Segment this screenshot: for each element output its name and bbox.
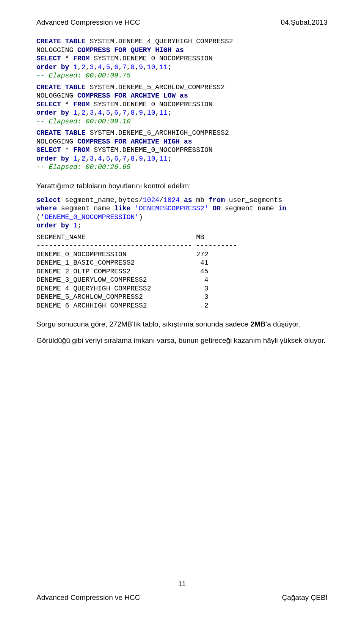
num: 2 [82,155,86,162]
txt: * [61,101,73,108]
header-left: Advanced Compression ve HCC [36,18,140,27]
num: 3 [89,109,94,117]
num: 7 [122,109,127,117]
txt: , [94,63,98,71]
kw: CREATE TABLE [36,38,86,45]
kw: order by [36,155,73,162]
num: 1024 [143,196,159,204]
kw: OR [213,205,221,212]
txt: , [135,155,139,162]
txt: ; [168,109,172,117]
num: 11 [159,109,168,117]
str: 'DENEME_0_NOCOMPRESSION' [41,213,139,221]
txt: ( [36,213,41,221]
kw: SELECT [36,55,61,62]
txt: , [135,63,139,71]
result-row: DENEME_2_OLTP_COMPRESS2 45 [36,268,209,275]
num: 2 [82,109,86,117]
txt: , [94,155,98,162]
txt: , [118,109,122,117]
result-row: DENEME_4_QUERYHIGH_COMPRESS2 3 [36,285,209,292]
txt: / [159,196,163,204]
txt: ; [168,63,172,71]
header-right: 04.Şubat.2013 [281,18,328,27]
code-block-1: CREATE TABLE SYSTEM.DENEME_4_QUERYHIGH_C… [36,37,328,80]
txt: , [155,63,159,71]
str: 'DENEME%COMPRESS2' [135,205,208,212]
code-block-3: CREATE TABLE SYSTEM.DENEME_6_ARCHHIGH_CO… [36,129,328,172]
kw: FROM [73,55,89,62]
txt: , [118,155,122,162]
txt: , [110,63,115,71]
num: 9 [139,155,143,162]
comment: -- Elapsed: 00:00:26.65 [36,163,130,171]
txt: , [102,109,106,117]
txt: , [127,109,131,117]
num: 5 [106,63,110,71]
txt: SYSTEM.DENEME_0_NOCOMPRESSION [89,146,212,154]
kw: COMPRESS FOR ARCHIVE LOW as [77,92,188,99]
result-row: DENEME_1_BASIC_COMPRESS2 41 [36,259,209,267]
txt: , [86,155,90,162]
txt: SYSTEM.DENEME_0_NOCOMPRESSION [89,55,212,62]
txt: , [155,109,159,117]
txt: * [61,55,73,62]
kw: SELECT [36,146,61,154]
txt: SYSTEM.DENEME_6_ARCHHIGH_COMPRESS2 [86,129,229,137]
txt: ; [77,222,82,229]
num: 6 [114,109,118,117]
num: 9 [139,109,143,117]
txt: , [127,63,131,71]
txt: , [102,155,106,162]
txt: , [77,63,82,71]
kw: order by [36,222,73,229]
txt: , [102,63,106,71]
num: 3 [89,155,94,162]
txt: , [77,109,82,117]
num: 5 [106,155,110,162]
txt: SYSTEM.DENEME_5_ARCHLOW_COMPRESS2 [86,84,225,91]
txt: , [94,109,98,117]
paragraph-2: Sorgu sonucuna göre, 272MB'lık tablo, sı… [36,318,328,330]
result-row: DENEME_5_ARCHLOW_COMPRESS2 3 [36,293,209,301]
page-footer: Advanced Compression ve HCC Çağatay ÇEBİ [36,593,328,602]
kw: like [114,205,130,212]
num: 8 [131,63,135,71]
result-row: DENEME_0_NOCOMPRESSION 272 [36,251,209,258]
txt: NOLOGGING [36,138,77,145]
num: 7 [122,155,127,162]
num: 1024 [163,196,180,204]
footer-left: Advanced Compression ve HCC [36,593,140,602]
txt: user_segments [225,196,282,204]
txt: SYSTEM.DENEME_4_QUERYHIGH_COMPRESS2 [86,38,233,45]
p2-t3: 'a düşüyor. [266,320,300,328]
num: 5 [106,109,110,117]
txt: NOLOGGING [36,46,77,54]
num: 4 [98,109,102,117]
page-container: Advanced Compression ve HCC 04.Şubat.201… [0,0,364,620]
kw: COMPRESS FOR ARCHIVE HIGH as [77,138,192,145]
footer-right: Çağatay ÇEBİ [282,593,328,602]
paragraph-3: Görüldüğü gibi veriyi sıralama imkanı va… [36,334,328,347]
num: 7 [122,63,127,71]
txt: ; [168,155,172,162]
kw: from [209,196,225,204]
kw: as [184,196,192,204]
kw: CREATE TABLE [36,129,86,137]
kw: FROM [73,146,89,154]
num: 1 [73,222,77,229]
num: 10 [147,109,155,117]
comment: -- Elapsed: 00:00:09.75 [36,72,130,79]
kw: SELECT [36,101,61,108]
num: 11 [159,63,168,71]
code-block-2: CREATE TABLE SYSTEM.DENEME_5_ARCHLOW_COM… [36,83,328,126]
txt: SYSTEM.DENEME_0_NOCOMPRESSION [89,101,212,108]
kw: FROM [73,101,89,108]
kw: COMPRESS FOR QUERY HIGH as [77,46,184,54]
txt: segment_name,bytes/ [61,196,143,204]
num: 10 [147,63,155,71]
txt: NOLOGGING [36,92,77,99]
kw: order by [36,109,73,117]
kw: select [36,196,61,204]
txt: ) [139,213,143,221]
